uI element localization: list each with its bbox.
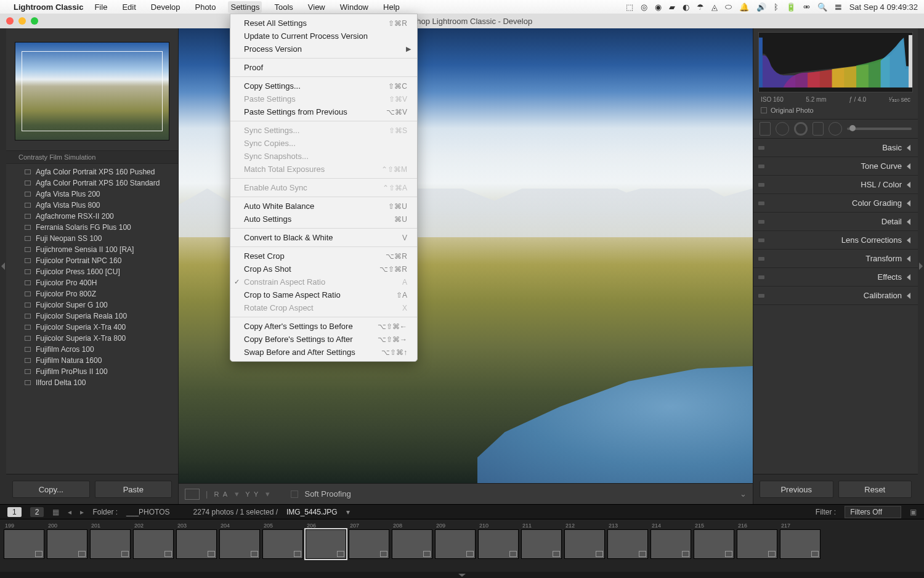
- menuitem-auto-white-balance[interactable]: Auto White Balance⇧⌘U: [230, 200, 417, 213]
- filmstrip-item[interactable]: 202: [133, 522, 174, 559]
- preset-item[interactable]: Fujicolor Pro 800Z: [6, 288, 178, 299]
- filmstrip-item[interactable]: 200: [47, 522, 87, 559]
- control-center-icon[interactable]: 𝌆: [835, 2, 842, 12]
- menuitem-crop-to-same-aspect-ratio[interactable]: Crop to Same Aspect Ratio⇧A: [230, 288, 417, 301]
- menuitem-crop-as-shot[interactable]: Crop As Shot⌥⇧⌘R: [230, 263, 417, 275]
- bluetooth-icon[interactable]: ᛒ: [774, 2, 779, 12]
- folder-name[interactable]: ___PHOTOS: [126, 508, 169, 516]
- filmstrip-item[interactable]: 199: [4, 522, 44, 559]
- filename-chevron-icon[interactable]: ▾: [346, 508, 350, 516]
- panel-toggle-icon[interactable]: [758, 165, 764, 168]
- menu-settings[interactable]: Settings: [228, 1, 262, 13]
- secondary-view-2[interactable]: 2: [30, 507, 44, 517]
- before-after-ra-icon[interactable]: R A: [214, 490, 229, 498]
- panel-toggle-icon[interactable]: [758, 275, 764, 279]
- filmstrip-thumbnail[interactable]: [90, 529, 131, 559]
- panel-detail[interactable]: Detail: [753, 213, 918, 231]
- menuitem-swap-before-and-after-settings[interactable]: Swap Before and After Settings⌥⇧⌘↑: [230, 346, 417, 359]
- menubar-datetime[interactable]: Sat Sep 4 09:49:32: [849, 2, 918, 12]
- menuitem-copy-before-s-settings-to-after[interactable]: Copy Before's Settings to After⌥⇧⌘→: [230, 333, 417, 346]
- selected-filename[interactable]: IMG_5445.JPG: [286, 508, 338, 516]
- panel-color-grading[interactable]: Color Grading: [753, 194, 918, 213]
- panel-lens-corrections[interactable]: Lens Corrections: [753, 231, 918, 250]
- filmstrip-item[interactable]: 203: [176, 522, 217, 559]
- toolbar-chevron-icon[interactable]: ⌄: [740, 489, 747, 499]
- radial-filter-tool-icon[interactable]: [829, 122, 842, 136]
- panel-toggle-icon[interactable]: [758, 201, 764, 205]
- cc-icon[interactable]: ◎: [641, 2, 647, 12]
- filmstrip-item[interactable]: 211: [521, 522, 562, 559]
- umbrella-icon[interactable]: ☂: [697, 2, 704, 12]
- preset-item[interactable]: Fujicolor Pro 400H: [6, 277, 178, 288]
- menu-view[interactable]: View: [306, 1, 328, 13]
- panel-effects[interactable]: Effects: [753, 268, 918, 287]
- menu-develop[interactable]: Develop: [148, 1, 183, 13]
- preset-item[interactable]: Fujicolor Press 1600 [CU]: [6, 266, 178, 277]
- filmstrip-item[interactable]: 213: [607, 522, 648, 559]
- window-minimize-button[interactable]: [18, 17, 26, 25]
- original-photo-checkbox[interactable]: [761, 107, 767, 113]
- filmstrip-thumbnail[interactable]: [47, 529, 87, 559]
- panel-toggle-icon[interactable]: [758, 294, 764, 298]
- filmstrip-thumbnail[interactable]: [306, 529, 346, 559]
- panel-toggle-icon[interactable]: [758, 220, 764, 224]
- menu-tools[interactable]: Tools: [272, 1, 295, 13]
- target-icon[interactable]: ◉: [655, 2, 662, 12]
- grid-icon[interactable]: ▦: [52, 508, 59, 516]
- panel-toggle-icon[interactable]: [758, 238, 764, 242]
- left-panel-handle[interactable]: [0, 28, 6, 504]
- filmstrip-item[interactable]: 212: [564, 522, 605, 559]
- menuitem-reset-crop[interactable]: Reset Crop⌥⌘R: [230, 250, 417, 263]
- filter-dropdown[interactable]: Filters Off: [845, 506, 901, 518]
- filmstrip-thumbnail[interactable]: [478, 529, 519, 559]
- filmstrip-handle[interactable]: [0, 572, 924, 578]
- filmstrip-item[interactable]: 215: [694, 522, 734, 559]
- filmstrip-item[interactable]: 217: [780, 522, 821, 559]
- preset-item[interactable]: Fuji Neopan SS 100: [6, 233, 178, 244]
- menuitem-copy-after-s-settings-to-before[interactable]: Copy After's Settings to Before⌥⇧⌘←: [230, 320, 417, 333]
- menuitem-copy-settings[interactable]: Copy Settings...⇧⌘C: [230, 79, 417, 92]
- menuitem-update-to-current-process-version[interactable]: Update to Current Process Version: [230, 30, 417, 43]
- filmstrip-thumbnail[interactable]: [780, 529, 821, 559]
- preset-group-header[interactable]: Contrasty Film Simulation: [6, 150, 178, 164]
- filmstrip-thumbnail[interactable]: [650, 529, 691, 559]
- preset-item[interactable]: Fujicolor Superia X-Tra 400: [6, 322, 178, 333]
- preset-item[interactable]: Ilford Delta 100: [6, 377, 178, 388]
- preset-item[interactable]: Agfa Color Portrait XPS 160 Pushed: [6, 166, 178, 177]
- menuitem-proof[interactable]: Proof: [230, 61, 417, 74]
- crop-tool-icon[interactable]: [760, 122, 771, 136]
- filmstrip-item[interactable]: 214: [650, 522, 691, 559]
- panel-transform[interactable]: Transform: [753, 250, 918, 268]
- battery-icon[interactable]: 🔋: [786, 2, 796, 12]
- before-after-yy-icon[interactable]: Y Y: [245, 490, 259, 498]
- bell-icon[interactable]: 🔔: [739, 2, 749, 12]
- window-close-button[interactable]: [6, 17, 14, 25]
- filmstrip-thumbnail[interactable]: [262, 529, 303, 559]
- preset-item[interactable]: Fujifilm Acros 100: [6, 344, 178, 355]
- secondary-view-1[interactable]: 1: [7, 507, 22, 517]
- filmstrip-item[interactable]: 206: [306, 522, 346, 559]
- menu-help[interactable]: Help: [381, 1, 402, 13]
- filmstrip-thumbnail[interactable]: [349, 529, 389, 559]
- filmstrip-thumbnail[interactable]: [435, 529, 476, 559]
- graduated-filter-tool-icon[interactable]: [813, 122, 824, 136]
- right-panel-handle[interactable]: [918, 28, 924, 504]
- prev-arrow-icon[interactable]: ◂: [68, 508, 71, 516]
- filter-lock-icon[interactable]: ▣: [910, 508, 917, 516]
- filmstrip-thumbnail[interactable]: [133, 529, 174, 559]
- wifi-icon[interactable]: ⚮: [803, 2, 810, 12]
- menuitem-reset-all-settings[interactable]: Reset All Settings⇧⌘R: [230, 17, 417, 30]
- preset-item[interactable]: Agfa Vista Plus 800: [6, 200, 178, 211]
- brush-tool-slider[interactable]: [847, 128, 912, 130]
- filmstrip-item[interactable]: 210: [478, 522, 519, 559]
- panel-basic[interactable]: Basic: [753, 139, 918, 157]
- filmstrip-item[interactable]: 209: [435, 522, 476, 559]
- preset-item[interactable]: Fujicolor Portrait NPC 160: [6, 255, 178, 266]
- circle-icon[interactable]: ◐: [683, 2, 689, 12]
- menu-window[interactable]: Window: [338, 1, 371, 13]
- copy-button[interactable]: Copy...: [12, 481, 90, 498]
- menu-photo[interactable]: Photo: [192, 1, 218, 13]
- filmstrip-thumbnail[interactable]: [737, 529, 777, 559]
- loupe-view-icon[interactable]: [185, 489, 200, 500]
- filmstrip-thumbnail[interactable]: [219, 529, 260, 559]
